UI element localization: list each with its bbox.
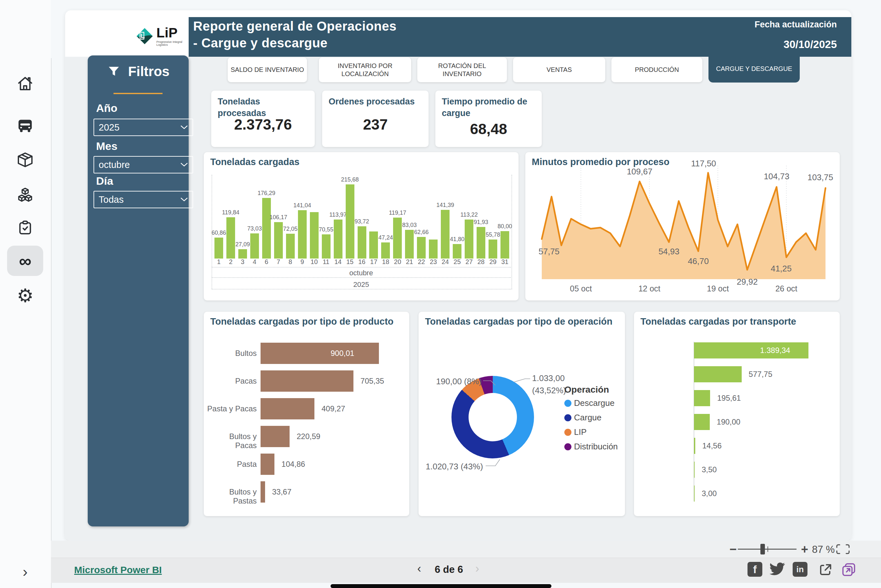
area-chart-canvas[interactable]: 05 oct12 oct19 oct26 oct57,75109,6754,93… [525,152,840,300]
infinity-icon[interactable]: ∞ [16,252,34,270]
fullscreen-icon[interactable] [836,544,850,555]
bar-day-4[interactable]: 73,03 [249,175,261,258]
hbar-3[interactable] [694,414,710,430]
bar-day-14[interactable]: 113,97 [332,175,344,258]
home-icon[interactable] [16,75,34,93]
bar-day-7[interactable]: 106,17 [273,175,284,258]
bar-day-24[interactable]: 141,39 [439,175,451,258]
x-tick-label: 22 [415,258,427,266]
tab-rotacion-del-inventario[interactable]: ROTACIÓN DEL INVENTARIO [417,57,507,82]
chevron-down-icon [180,125,188,130]
bar-day-8[interactable]: 72,05 [284,175,296,258]
svg-text:103,75: 103,75 [807,172,833,182]
legend-item-lip[interactable]: LIP [564,427,587,437]
hbar-5[interactable] [261,481,265,502]
kpi-card-tiempo-promedio-cargue: Tiempo promedio de cargue 68,48 [435,91,542,147]
legend-item-descargue[interactable]: Descargue [564,398,615,408]
expand-rail-chevron[interactable]: › [16,562,34,580]
bar-day-27[interactable]: 113,22 [463,175,475,258]
hbar-2[interactable] [261,398,314,419]
svg-text:29,92: 29,92 [737,277,758,286]
svg-text:54,93: 54,93 [659,247,680,256]
report-header: Reporte general de Operaciones - Cargue … [189,17,851,57]
x-tick-label: 20 [392,258,404,266]
bar-day-9[interactable]: 141,04 [296,175,308,258]
hbar-6[interactable] [694,486,695,502]
tab-produccion[interactable]: PRODUCCIÓN [611,57,702,82]
cubes-icon[interactable] [16,186,34,204]
bar-day-23[interactable] [427,175,439,258]
legend-item-cargue[interactable]: Cargue [564,412,602,423]
share-icon[interactable] [818,562,833,578]
bar-day-16[interactable]: 93,72 [356,175,368,258]
twitter-icon[interactable] [770,562,785,576]
hbar-3[interactable] [261,426,290,447]
bar-day-31[interactable]: 80,00 [499,175,511,258]
linkedin-icon[interactable]: in [792,562,807,577]
bar-day-29[interactable]: 55,78 [487,175,499,258]
package-icon[interactable] [16,151,34,169]
report-canvas: LiP Progressive Integral Logistics Repor… [65,10,851,541]
hbar-4[interactable] [261,454,275,475]
bar-day-10[interactable] [308,175,320,258]
logo-tagline: Progressive Integral Logistics [156,40,190,46]
bar-day-20[interactable]: 119,17 [392,175,404,258]
bar-day-18[interactable]: 47,24 [380,175,392,258]
filter-dropdown-mes[interactable]: octubre [93,156,193,173]
tab-ventas[interactable]: VENTAS [513,57,605,82]
kpi-value: 68,48 [435,120,542,138]
bar-value-label: 577,75 [749,370,772,379]
legend-dot-icon [564,414,572,422]
app-root: ∞ ⚙ › LiP Progressive Integral Logistics… [0,0,881,588]
bar-day-21[interactable]: 83,03 [404,175,415,258]
bar-day-3[interactable]: 27,09 [237,175,249,258]
tab-saldo-de-inventario[interactable]: SALDO DE INVENTARIO [228,57,307,82]
hbar-5[interactable] [694,462,695,478]
zoom-in-button[interactable]: + [801,543,808,556]
tab-cargue-y-descargue[interactable]: CARGUE Y DESCARGUE [708,55,800,82]
x-axis-year: 2025 [212,278,511,290]
powerbi-external-icon[interactable] [841,562,857,578]
powerbi-footer: Microsoft Power BI ‹ 6 de 6 › f in [51,558,881,583]
bar-day-15[interactable]: 215,68 [344,175,356,258]
zoom-slider-handle[interactable] [760,544,765,555]
tab-inventario-por-localizacion[interactable]: INVENTARIO POR LOCALIZACIÓN [319,57,411,82]
hbar-1[interactable] [694,366,742,382]
facebook-icon[interactable]: f [747,562,762,577]
svg-text:104,73: 104,73 [764,171,789,181]
hbar-1[interactable] [261,370,353,392]
kpi-card-ordenes-procesadas: Ordenes procesadas 237 [322,91,429,147]
svg-text:19 oct: 19 oct [707,284,729,293]
legend-item-distribución[interactable]: Distribución [564,442,618,452]
hbar-4[interactable] [694,438,695,454]
prev-page-chevron[interactable]: ‹ [417,562,421,575]
filters-panel: Filtros Año 2025 Mes octubre Día Todas [88,56,189,526]
hbar-0[interactable] [261,343,379,364]
x-tick-label: 7 [273,258,284,266]
next-page-chevron[interactable]: › [475,562,479,575]
filter-dropdown-dia[interactable]: Todas [93,191,193,208]
clipboard-check-icon[interactable] [16,219,34,237]
settings-gear-icon[interactable]: ⚙ [16,286,34,304]
update-date-value: 30/10/2025 [783,38,837,51]
kpi-value: 2.373,76 [211,116,315,133]
bar-day-28[interactable]: 91,93 [475,175,487,258]
filter-dropdown-ano[interactable]: 2025 [93,118,193,136]
bar-value-label: 195,61 [717,394,741,403]
bar-day-17[interactable] [368,175,380,258]
bar-day-1[interactable]: 60,86 [213,175,225,258]
truck-icon[interactable] [16,117,34,135]
chart-por-tipo-de-operacion: Toneladas cargadas por tipo de operación… [419,312,625,516]
x-tick-label: 21 [404,258,415,266]
hbar-0[interactable] [694,342,809,358]
powerbi-home-link[interactable]: Microsoft Power BI [74,564,162,575]
bar-value-label: 1.389,34 [760,346,790,355]
gear-glyph: ⚙ [17,286,33,305]
zoom-slider-track[interactable] [738,549,797,550]
zoom-out-button[interactable]: − [729,543,737,556]
x-tick-label: 27 [463,258,475,266]
kpi-value: 237 [322,116,429,133]
x-tick-label: 11 [320,258,332,266]
hbar-2[interactable] [694,390,710,406]
bar-day-22[interactable]: 62,66 [415,175,427,258]
